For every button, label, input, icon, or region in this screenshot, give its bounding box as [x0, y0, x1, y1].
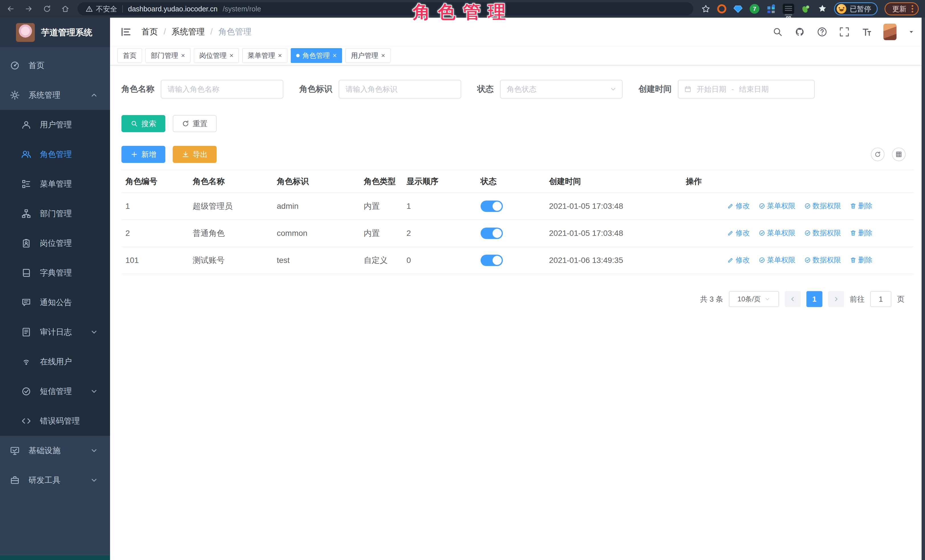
extension-pin-icon[interactable]	[818, 4, 827, 14]
menu-permission-link[interactable]: 菜单权限	[759, 228, 795, 237]
forward-icon[interactable]	[24, 5, 33, 13]
data-permission-link[interactable]: 数据权限	[804, 201, 841, 210]
breadcrumb-item-home[interactable]: 首页	[142, 26, 158, 38]
reset-button-label: 重置	[193, 119, 208, 129]
menu-permission-link[interactable]: 菜单权限	[759, 201, 795, 210]
sidebar-item-role-mgmt[interactable]: 角色管理	[0, 140, 110, 169]
next-page-button[interactable]	[828, 291, 844, 307]
sidebar-item-user-mgmt[interactable]: 用户管理	[0, 110, 110, 140]
sidebar-item-home[interactable]: 首页	[0, 51, 110, 80]
dashboard-icon	[10, 60, 20, 71]
sidebar-item-label: 部门管理	[40, 208, 72, 219]
close-icon[interactable]: ×	[229, 52, 234, 59]
extension-grid-icon[interactable]	[766, 4, 776, 14]
extension-gem-icon[interactable]	[733, 4, 743, 14]
url-bar[interactable]: 不安全 dashboard.yudao.iocoder.cn /system/r…	[78, 2, 693, 15]
close-icon[interactable]: ×	[278, 52, 282, 59]
reload-icon[interactable]	[43, 5, 51, 13]
role-key-input[interactable]	[339, 80, 461, 99]
page-number-1[interactable]: 1	[806, 291, 823, 307]
extension-seven-icon[interactable]: 7	[750, 4, 759, 14]
sidebar-item-label: 在线用户	[40, 356, 72, 367]
extension-orange-icon[interactable]	[717, 4, 726, 14]
tag-dept-mgmt[interactable]: 部门管理×	[145, 48, 190, 63]
cell-role-type: 内置	[364, 193, 407, 220]
sidebar-item-dept-mgmt[interactable]: 部门管理	[0, 199, 110, 228]
refresh-table-button[interactable]	[871, 147, 884, 161]
sidebar-item-system-mgmt[interactable]: 系统管理	[0, 80, 110, 110]
date-start-placeholder: 开始日期	[697, 84, 726, 94]
col-actions: 操作	[686, 170, 914, 193]
fullscreen-icon[interactable]	[839, 27, 850, 37]
tree-list-icon	[21, 179, 32, 189]
search-button[interactable]: 搜索	[121, 115, 165, 132]
avatar[interactable]	[883, 24, 896, 40]
sidebar-item-errorcode-mgmt[interactable]: 错误码管理	[0, 406, 110, 436]
menu-permission-link[interactable]: 菜单权限	[759, 255, 795, 264]
caret-down-icon[interactable]	[908, 29, 915, 35]
home-icon[interactable]	[61, 5, 69, 13]
tag-role-mgmt[interactable]: 角色管理×	[291, 48, 342, 63]
extension-translate-icon[interactable]: on	[783, 4, 794, 14]
status-toggle[interactable]	[481, 228, 503, 239]
security-warning[interactable]: 不安全	[86, 4, 117, 14]
sidebar-item-post-mgmt[interactable]: 岗位管理	[0, 228, 110, 258]
breadcrumb-item-system[interactable]: 系统管理	[172, 26, 205, 38]
app-logo-area[interactable]: 芋道管理系统	[0, 18, 110, 47]
tag-user-mgmt[interactable]: 用户管理×	[345, 48, 390, 63]
export-button[interactable]: 导出	[173, 146, 217, 163]
sidebar-item-online-users[interactable]: 在线用户	[0, 347, 110, 377]
sidebar-item-infrastructure[interactable]: 基础设施	[0, 436, 110, 465]
sidebar-item-audit-log[interactable]: 审计日志	[0, 317, 110, 347]
close-icon[interactable]: ×	[333, 52, 337, 59]
edit-link[interactable]: 修改	[727, 201, 750, 210]
sidebar-item-label: 基础设施	[29, 445, 60, 456]
kebab-menu-icon[interactable]	[910, 5, 913, 12]
column-settings-button[interactable]	[892, 147, 905, 161]
close-icon[interactable]: ×	[181, 52, 185, 59]
delete-link[interactable]: 删除	[850, 255, 872, 264]
status-select[interactable]: 角色状态	[500, 80, 622, 99]
search-icon[interactable]	[772, 27, 783, 37]
add-button[interactable]: 新增	[121, 146, 165, 163]
back-icon[interactable]	[6, 5, 15, 13]
data-permission-link[interactable]: 数据权限	[804, 255, 841, 264]
status-toggle[interactable]	[481, 255, 503, 266]
edit-link[interactable]: 修改	[727, 228, 750, 237]
tag-post-mgmt[interactable]: 岗位管理×	[194, 48, 239, 63]
sidebar-item-dict-mgmt[interactable]: 字典管理	[0, 258, 110, 288]
profile-paused-badge[interactable]: 已暂停	[834, 2, 878, 15]
font-size-icon[interactable]	[861, 27, 872, 37]
help-icon[interactable]	[817, 27, 827, 37]
delete-link[interactable]: 删除	[850, 201, 872, 210]
tag-menu-mgmt[interactable]: 菜单管理×	[242, 48, 287, 63]
data-permission-link[interactable]: 数据权限	[804, 228, 841, 237]
edit-link[interactable]: 修改	[727, 255, 750, 264]
date-range-picker[interactable]: 开始日期 - 结束日期	[678, 80, 815, 99]
prev-page-button[interactable]	[785, 291, 801, 307]
extension-leaf-icon[interactable]	[801, 4, 811, 14]
github-icon[interactable]	[794, 27, 805, 37]
status-toggle[interactable]	[481, 201, 503, 212]
bookmark-star-icon[interactable]	[701, 4, 710, 14]
menu-permission-label: 菜单权限	[767, 228, 795, 237]
org-tree-icon	[21, 209, 32, 219]
grid-icon	[895, 151, 902, 158]
hamburger-icon[interactable]	[120, 26, 132, 38]
cell-role-key: test	[277, 247, 364, 274]
page-size-select[interactable]: 10条/页	[729, 291, 779, 307]
reset-button[interactable]: 重置	[173, 115, 217, 132]
browser-nav	[6, 5, 69, 13]
sidebar-item-notice[interactable]: 通知公告	[0, 288, 110, 317]
sidebar-item-sms-mgmt[interactable]: 短信管理	[0, 377, 110, 406]
delete-link[interactable]: 删除	[850, 228, 872, 237]
update-button[interactable]: 更新	[884, 2, 919, 15]
goto-page-input[interactable]	[870, 291, 891, 307]
create-time-label: 创建时间	[639, 84, 672, 95]
close-icon[interactable]: ×	[381, 52, 385, 59]
role-name-input[interactable]	[161, 80, 283, 99]
tag-home[interactable]: 首页	[118, 48, 142, 63]
sidebar-item-dev-tools[interactable]: 研发工具	[0, 465, 110, 495]
sidebar-item-menu-mgmt[interactable]: 菜单管理	[0, 169, 110, 199]
browser-scrollbar[interactable]	[922, 18, 925, 560]
